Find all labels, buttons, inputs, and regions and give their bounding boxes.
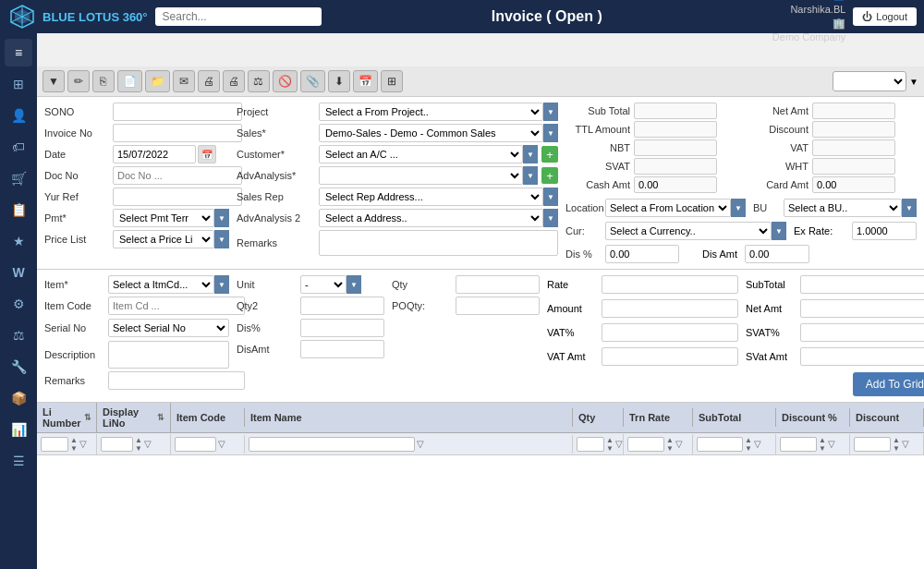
amount-input[interactable]	[602, 299, 738, 318]
filter-input-linum[interactable]	[41, 437, 68, 452]
item-code-input[interactable]	[108, 297, 245, 315]
attach-btn[interactable]: 📎	[300, 70, 325, 92]
dis-pct-input[interactable]	[605, 245, 679, 263]
item-select[interactable]: Select a ItmCd...	[108, 275, 214, 294]
adv-analysis2-arrow[interactable]: ▼	[543, 209, 558, 227]
filter-input-itemcode[interactable]	[175, 437, 216, 452]
sidebar-list-icon[interactable]: ☰	[5, 447, 32, 475]
qty-input[interactable]	[456, 275, 540, 294]
filter-funnel-qty[interactable]: ▽	[615, 439, 623, 449]
sidebar-doc-icon[interactable]: 📋	[5, 196, 32, 224]
filter-funnel-trnrate[interactable]: ▽	[675, 439, 683, 449]
filter-updown-displinum[interactable]: ▲▼	[135, 436, 142, 453]
filter-input-displinum[interactable]	[101, 437, 133, 452]
download-btn[interactable]: ⬇	[328, 70, 350, 92]
col-header-discount[interactable]: Discount	[850, 408, 924, 427]
toolbar-right-select[interactable]	[833, 71, 906, 91]
nbt-input[interactable]	[634, 139, 717, 156]
customer-select[interactable]: Select an A/C ...	[319, 145, 523, 163]
sidebar-tag-icon[interactable]: 🏷	[5, 133, 32, 161]
customer-arrow[interactable]: ▼	[523, 145, 538, 163]
subtotal-input2[interactable]	[800, 275, 924, 294]
col-header-qty[interactable]: Qty	[573, 408, 624, 427]
filter-funnel-subtotal[interactable]: ▽	[754, 439, 761, 449]
adv-analysis2-select[interactable]: Select a Address..	[319, 209, 543, 227]
invoice-no-input[interactable]	[113, 124, 242, 142]
item-arrow[interactable]: ▼	[214, 275, 229, 294]
dis-amt-input[interactable]	[745, 245, 809, 263]
location-arrow[interactable]: ▼	[731, 199, 746, 217]
vat-input[interactable]	[812, 139, 895, 156]
description-textarea[interactable]	[108, 341, 229, 369]
logout-button[interactable]: ⏻ Logout	[853, 7, 917, 26]
adv-analysis-arrow[interactable]: ▼	[523, 166, 538, 185]
sidebar-scale-icon[interactable]: ⚖	[5, 321, 32, 349]
unit-arrow[interactable]: ▼	[346, 275, 361, 294]
location-select[interactable]: Select a From Location	[605, 199, 731, 217]
discount-input[interactable]	[812, 121, 895, 138]
adv-analysis-add-btn[interactable]: +	[541, 167, 558, 184]
col-header-trn-rate[interactable]: Trn Rate	[624, 408, 693, 427]
ex-rate-input[interactable]	[852, 222, 917, 240]
ttl-amount-input[interactable]	[634, 121, 717, 138]
sidebar-person-icon[interactable]: 👤	[5, 102, 32, 129]
cancel-btn[interactable]: 🚫	[273, 70, 298, 92]
bu-select[interactable]: Select a BU..	[784, 199, 902, 217]
project-select[interactable]: Select a From Project..	[319, 103, 543, 121]
filter-funnel-discount[interactable]: ▽	[902, 439, 909, 449]
col-header-item-name[interactable]: Item Name	[245, 408, 573, 427]
doc-no-input[interactable]	[113, 166, 242, 185]
filter-funnel-itemname[interactable]: ▽	[417, 439, 424, 449]
filter-funnel-displinum[interactable]: ▽	[144, 439, 152, 449]
sidebar-cart-icon[interactable]: 🛒	[5, 164, 32, 192]
svat-input[interactable]	[634, 158, 717, 175]
sidebar-star-icon[interactable]: ★	[5, 227, 32, 255]
pmt-select[interactable]: Select Pmt Terr	[113, 209, 214, 227]
serial-no-select[interactable]: Select Serial No	[108, 319, 229, 337]
price-list-arrow-btn[interactable]: ▼	[214, 230, 229, 248]
sidebar-tool-icon[interactable]: 🔧	[5, 353, 32, 381]
sales-rep-arrow[interactable]: ▼	[543, 188, 558, 206]
filter-funnel-discpct[interactable]: ▽	[828, 439, 835, 449]
grid-btn[interactable]: ⊞	[381, 70, 403, 92]
email-btn[interactable]: ✉	[173, 70, 195, 92]
customer-add-btn[interactable]: +	[541, 146, 558, 163]
filter-input-trnrate[interactable]	[627, 437, 664, 452]
dis-amt-input2[interactable]	[300, 340, 384, 358]
col-header-li-number[interactable]: Li Number ⇅	[37, 403, 97, 432]
currency-arrow[interactable]: ▼	[772, 222, 786, 240]
filter-input-itemname[interactable]	[249, 437, 415, 452]
folder-btn[interactable]: 📁	[145, 70, 170, 92]
filter-input-qty[interactable]	[577, 437, 604, 452]
filter-updown-qty[interactable]: ▲▼	[606, 436, 614, 453]
edit-btn[interactable]: ✏	[67, 70, 90, 92]
unit-select[interactable]: -	[300, 275, 346, 294]
vat-amt-input[interactable]	[602, 347, 738, 366]
col-header-discount-pct[interactable]: Discount %	[776, 408, 850, 427]
print-btn[interactable]: 🖨	[198, 70, 220, 92]
svat-pct-input[interactable]	[800, 323, 924, 342]
bu-arrow[interactable]: ▼	[902, 199, 917, 217]
net-amt-input2[interactable]	[800, 299, 924, 318]
scale-btn[interactable]: ⚖	[248, 70, 270, 92]
filter-updown-trnrate[interactable]: ▲▼	[666, 436, 674, 453]
action-dropdown-btn[interactable]: ▼	[43, 70, 65, 92]
col-header-subtotal[interactable]: SubTotal	[693, 408, 776, 427]
add-to-grid-btn[interactable]: Add To Grid	[853, 372, 924, 396]
sono-input[interactable]	[113, 103, 242, 121]
item-remarks-input[interactable]	[108, 371, 245, 390]
sales-rep-select[interactable]: Select Rep Address...	[319, 188, 543, 206]
filter-input-subtotal[interactable]	[697, 437, 743, 452]
rate-input[interactable]	[602, 275, 738, 294]
vat-pct-input[interactable]	[602, 323, 738, 342]
new-btn[interactable]: 📄	[117, 70, 142, 92]
filter-funnel-itemcode[interactable]: ▽	[218, 439, 225, 449]
col-header-display-lino[interactable]: Display LiNo ⇅	[97, 403, 171, 432]
filter-funnel-linum[interactable]: ▽	[79, 439, 87, 449]
date-input[interactable]	[113, 145, 196, 163]
sales-select[interactable]: Demo-Sales - Demo - Common Sales	[319, 124, 543, 142]
search-input[interactable]	[155, 7, 322, 26]
sidebar-menu-icon[interactable]: ≡	[5, 39, 32, 67]
copy-btn[interactable]: ⎘	[92, 70, 115, 92]
adv-analysis-select[interactable]	[319, 166, 523, 185]
